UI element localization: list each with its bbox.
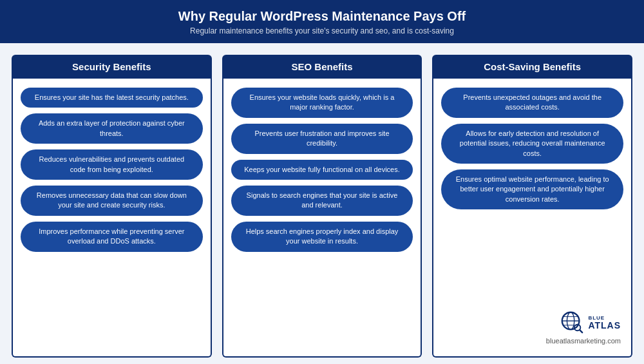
list-item: Removes unnecessary data that can slow d…: [21, 186, 203, 216]
brand-url: blueatlasmarketing.com: [546, 337, 621, 345]
list-item: Prevents user frustration and improves s…: [231, 124, 413, 154]
brand-area: BLUE ATLAS blueatlasmarketing.com: [441, 310, 623, 347]
list-item: Adds an extra layer of protection agains…: [21, 113, 203, 144]
cost-column: Cost-Saving Benefits Prevents unexpected…: [432, 55, 632, 358]
list-item: Improves performance while preventing se…: [21, 222, 203, 252]
brand-name: BLUE ATLAS: [588, 315, 621, 330]
list-item: Ensures your site has the latest securit…: [21, 88, 203, 108]
seo-column: SEO Benefits Ensures your website loads …: [222, 55, 422, 358]
brand-icon: [560, 310, 584, 334]
list-item: Prevents unexpected outages and avoid th…: [441, 88, 623, 118]
cost-column-header: Cost-Saving Benefits: [432, 55, 632, 79]
security-column: Security Benefits Ensures your site has …: [12, 55, 212, 358]
cost-pills: Prevents unexpected outages and avoid th…: [441, 88, 623, 209]
page: Why Regular WordPress Maintenance Pays O…: [0, 0, 644, 364]
list-item: Keeps your website fully functional on a…: [231, 160, 413, 180]
brand-word-atlas: ATLAS: [588, 321, 621, 330]
seo-column-header: SEO Benefits: [222, 55, 422, 79]
columns-area: Security Benefits Ensures your site has …: [0, 43, 644, 364]
header-subtitle: Regular maintenance benefits your site's…: [13, 26, 631, 35]
security-column-body: Ensures your site has the latest securit…: [12, 79, 212, 358]
seo-column-body: Ensures your website loads quickly, whic…: [222, 79, 422, 358]
cost-column-body: Prevents unexpected outages and avoid th…: [432, 79, 632, 358]
list-item: Ensures optimal website performance, lea…: [441, 169, 623, 209]
header-title: Why Regular WordPress Maintenance Pays O…: [13, 9, 631, 24]
list-item: Reduces vulnerabilities and prevents out…: [21, 149, 203, 180]
list-item: Helps search engines properly index and …: [231, 222, 413, 252]
list-item: Signals to search engines that your site…: [231, 186, 413, 216]
header: Why Regular WordPress Maintenance Pays O…: [0, 0, 644, 43]
list-item: Allows for early detection and resolutio…: [441, 124, 623, 164]
security-column-header: Security Benefits: [12, 55, 212, 79]
brand-logo: BLUE ATLAS: [560, 310, 621, 334]
svg-line-6: [580, 330, 583, 332]
list-item: Ensures your website loads quickly, whic…: [231, 88, 413, 118]
